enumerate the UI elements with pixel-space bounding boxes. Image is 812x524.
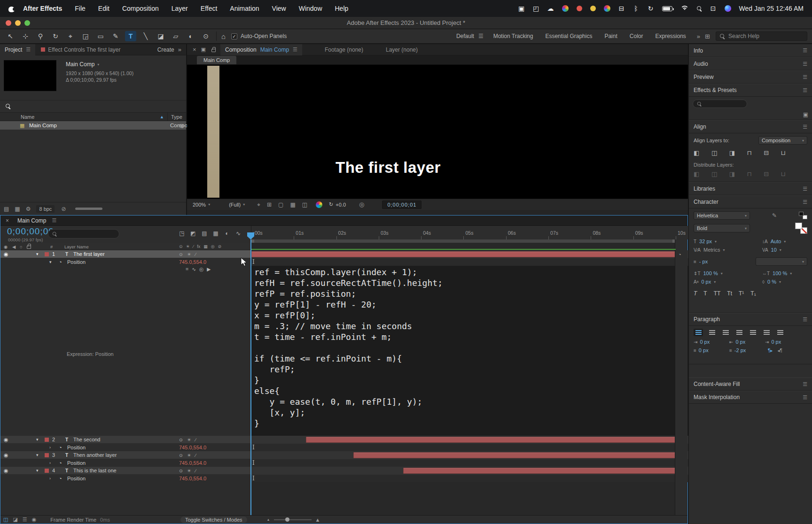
panel-menu-icon[interactable]: ☰ <box>52 217 56 223</box>
close-icon[interactable]: × <box>193 46 196 53</box>
fill-stroke-swatches[interactable] <box>795 223 807 234</box>
project-item-row[interactable]: ▦ Main Comp Composi ▦ <box>0 121 186 130</box>
create-button[interactable]: Create <box>157 46 178 53</box>
right-indent-control[interactable]: ⇥ 0 px <box>765 339 799 345</box>
expression-editor[interactable]: ref = thisComp.layer(index + 1); refH = … <box>254 267 443 429</box>
panel-effects-presets[interactable]: Effects & Presets ☰ <box>689 84 812 97</box>
pan-behind-tool-icon[interactable]: ◲ <box>80 31 91 41</box>
panel-menu-icon[interactable]: ☰ <box>803 47 807 54</box>
layer-row-1[interactable]: ◉ ▾ 1 T The first layer ⊙☀∕ <box>0 250 688 258</box>
zoom-slider-thumb[interactable] <box>285 517 289 522</box>
close-window-button[interactable] <box>6 20 11 26</box>
color-depth-button[interactable]: 8 bpc <box>36 205 55 213</box>
align-right-icon[interactable] <box>721 329 730 336</box>
timeline-footer-icon[interactable]: ◫ <box>3 516 8 523</box>
layer-color-chip[interactable] <box>45 469 49 473</box>
property-label[interactable]: Position <box>67 444 86 451</box>
playhead-line[interactable] <box>250 239 251 516</box>
zoom-slider[interactable] <box>274 519 312 520</box>
position-row-2[interactable]: › ◔ Position 745.0,554.0 I <box>0 444 688 451</box>
sort-ascending-icon[interactable]: ▲ <box>160 115 164 119</box>
switch-column-icon[interactable]: ◎ <box>211 244 215 249</box>
text-direction-ltr-icon[interactable]: ¶▸ <box>768 348 773 353</box>
kerning-control[interactable]: V∕A Metrics ▾ <box>694 247 725 253</box>
font-family-dropdown[interactable]: Helvetica ▾ <box>694 211 750 220</box>
workspace-essential-graphics[interactable]: Essential Graphics <box>539 33 598 39</box>
timeline-search-field[interactable] <box>48 229 119 239</box>
puppet-tool-icon[interactable]: ⊙ <box>200 31 211 41</box>
eye-icon[interactable]: ◉ <box>4 451 8 459</box>
stopwatch-icon[interactable]: ◔ <box>59 444 62 451</box>
panel-preview[interactable]: Preview ☰ <box>689 70 812 84</box>
panel-menu-icon[interactable]: ☰ <box>803 316 807 323</box>
stage-manager-icon[interactable]: ◰ <box>533 5 539 12</box>
align-icon[interactable]: ⊓ <box>747 149 752 156</box>
layer-name[interactable]: The first layer <box>73 250 105 258</box>
toggle-switches-modes-button[interactable]: Toggle Switches / Modes <box>180 516 247 523</box>
orbit-tool-icon[interactable]: ↻ <box>50 31 61 41</box>
space-after-control[interactable]: ≡ -2 px <box>729 347 763 353</box>
exposure-control[interactable]: ↻ +0.0 <box>329 201 346 208</box>
zoom-out-icon[interactable]: ▲ <box>267 518 270 521</box>
wifi-icon[interactable] <box>680 6 689 12</box>
spotlight-icon[interactable] <box>697 6 702 11</box>
layer-switch-icon[interactable]: ☀ <box>187 453 191 458</box>
panel-libraries[interactable]: Libraries ☰ <box>689 182 812 195</box>
distribute-icon[interactable]: ⊓ <box>747 170 752 177</box>
column-name[interactable]: Name <box>21 114 34 120</box>
switch-column-icon[interactable]: ∕ <box>193 244 194 249</box>
align-icon[interactable]: ⊔ <box>781 149 786 156</box>
align-icon[interactable]: ⊟ <box>764 149 769 156</box>
text-style-icon[interactable]: Tt <box>727 290 732 297</box>
eye-column-icon[interactable]: ◉ <box>4 243 8 250</box>
composition-canvas[interactable]: The first layer <box>187 65 688 199</box>
viewer-toolbar-icon[interactable]: ⊞ <box>267 201 272 208</box>
text-style-icon[interactable]: T <box>703 290 707 297</box>
align-left-icon[interactable] <box>694 329 703 336</box>
fill-bw-swatch[interactable] <box>799 212 807 219</box>
tab-layer[interactable]: Layer (none) <box>386 46 418 53</box>
layer-switch-icon[interactable]: ∕ <box>195 453 196 458</box>
switch-column-icon[interactable]: ⊘ <box>218 244 222 249</box>
menu-item[interactable]: Window <box>299 5 322 12</box>
tab-effect-controls[interactable]: Effect Controls The first layer <box>48 46 120 53</box>
yellow-app-icon[interactable] <box>590 6 596 11</box>
workspace-paint[interactable]: Paint <box>598 33 623 39</box>
panel-menu-icon[interactable]: ☰ <box>293 46 297 53</box>
panel-menu-icon[interactable]: ☰ <box>803 394 807 401</box>
distribute-icon[interactable]: ⊔ <box>781 170 786 177</box>
distribute-icon[interactable]: ⊟ <box>764 170 769 177</box>
stopwatch-icon[interactable]: ◔ <box>59 258 62 265</box>
viewer-timecode[interactable]: 0;00;00;01 <box>382 200 422 209</box>
layer-name[interactable]: Then another layer <box>73 451 117 459</box>
twirl-closed-icon[interactable]: › <box>49 444 51 451</box>
justify-all-icon[interactable] <box>775 329 785 336</box>
layer-bar[interactable] <box>251 251 676 257</box>
workspace-overflow-icon[interactable]: » <box>697 33 700 40</box>
horizontal-scrollbar[interactable] <box>75 208 102 210</box>
tab-project[interactable]: Project ☰ <box>0 44 35 55</box>
magnification-dropdown[interactable]: 200% ▾ <box>193 202 210 208</box>
layer-switch-icon[interactable]: ⊙ <box>179 468 183 473</box>
clone-stamp-tool-icon[interactable]: ◪ <box>155 31 166 41</box>
cloud-icon[interactable]: ☁ <box>547 5 554 12</box>
position-row-4[interactable]: › ◔ Position 745.0,554.0 I <box>0 475 688 482</box>
pen-tool-icon[interactable]: ✎ <box>110 31 121 41</box>
layer-row-2[interactable]: ◉ ▾ 2 T The second ⊙☀∕ <box>0 436 688 444</box>
camera-tool-icon[interactable]: ⌖ <box>65 31 76 41</box>
sync-icon[interactable]: ↻ <box>648 5 654 12</box>
layer-bar[interactable] <box>403 468 676 474</box>
workspace-expressions[interactable]: Expressions <box>649 33 692 39</box>
viewer-toolbar-icon[interactable]: ◫ <box>302 201 307 208</box>
align-icon[interactable]: ◫ <box>711 149 717 156</box>
twirl-open-icon[interactable]: ▾ <box>49 258 52 265</box>
workspace-menu-icon[interactable]: ☰ <box>478 33 484 39</box>
creative-cloud-icon[interactable] <box>562 5 569 12</box>
close-icon[interactable]: × <box>6 217 9 224</box>
timeline-toolbar-icon[interactable]: ◐ <box>222 229 232 238</box>
snapshot-icon[interactable]: ◎ <box>359 201 364 208</box>
tracking-control[interactable]: VA 10 ▾ <box>762 247 807 253</box>
menu-item[interactable]: Edit <box>98 5 109 12</box>
layer-row-4[interactable]: ◉ ▾ 4 T This is the last one ⊙☀∕ <box>0 467 688 475</box>
layer-name-column-label[interactable]: Layer Name <box>64 243 89 250</box>
